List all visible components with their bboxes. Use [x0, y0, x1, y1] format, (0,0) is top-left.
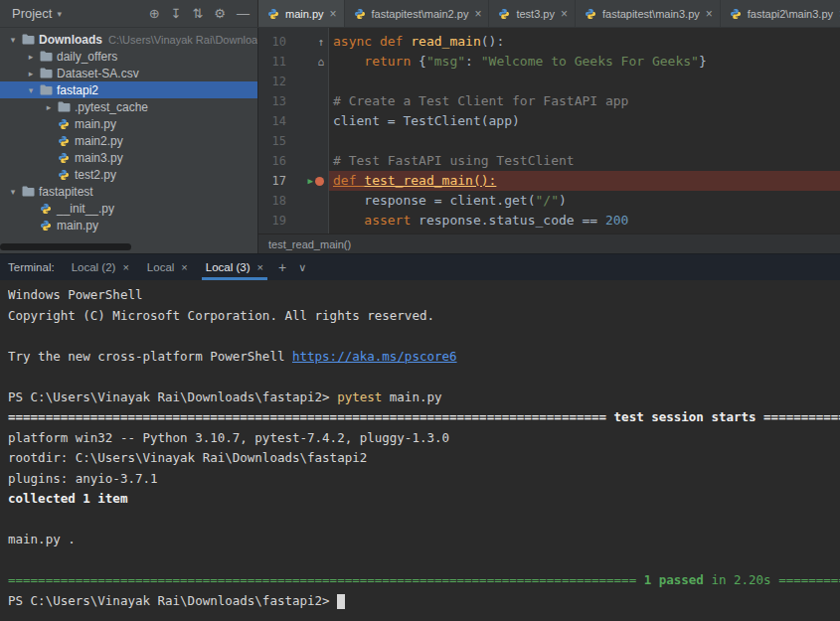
hide-panel-icon[interactable]: —	[237, 7, 250, 20]
close-icon[interactable]: ×	[561, 7, 568, 21]
terminal-line	[8, 550, 840, 571]
breadcrumb-item[interactable]: test_read_main()	[268, 238, 351, 250]
terminal-text: PS C:\Users\Vinayak Rai\Downloads\fastap…	[8, 389, 337, 404]
tree-item[interactable]: ▸.pytest_cache	[0, 98, 257, 115]
python-icon	[56, 118, 72, 130]
tree-item-label: test2.py	[75, 168, 116, 182]
editor-gutter[interactable]: 16	[258, 151, 329, 171]
code-token: }	[699, 54, 707, 69]
editor-tab[interactable]: main.py×	[258, 0, 345, 27]
ide-window: Project ▾ ⊕↧⇅⚙— main.py×fastapitest\main…	[0, 0, 840, 621]
code-text[interactable]: # Create a Test Client for FastAPI app	[329, 91, 840, 111]
terminal-line: platform win32 -- Python 3.10.7, pytest-…	[8, 428, 840, 449]
code-token: "Welcome to Geeks For Geeks"	[481, 54, 699, 69]
code-token: def	[333, 173, 364, 188]
editor-gutter[interactable]: 17▶	[258, 171, 329, 191]
chevron-right-icon[interactable]: ▸	[24, 69, 38, 78]
tree-item-label: fastapi2	[57, 83, 98, 97]
chevron-right-icon[interactable]: ▸	[42, 102, 56, 112]
chevron-right-icon[interactable]: ▸	[24, 52, 38, 62]
terminal-tab-bar: Terminal: Local (2)×Local×Local (3)× + ∨	[0, 254, 840, 280]
code-token: # Test FastAPI using TestClient	[333, 153, 575, 168]
code-text[interactable]: assert response.status_code == 200	[329, 211, 840, 231]
code-text[interactable]: def test_read_main():	[329, 171, 840, 191]
terminal-line: Copyright (C) Microsoft Corporation. All…	[8, 306, 840, 327]
sort-icon[interactable]: ⇅	[192, 7, 203, 20]
editor-tab[interactable]: fastapi2\main3.py×	[721, 0, 840, 27]
chevron-down-icon[interactable]: ▾	[6, 187, 20, 197]
terminal-output[interactable]: Windows PowerShellCopyright (C) Microsof…	[0, 280, 840, 621]
editor-gutter[interactable]: 15	[258, 131, 329, 151]
close-icon[interactable]: ×	[122, 261, 128, 273]
terminal-dropdown-button[interactable]: ∨	[298, 261, 306, 274]
terminal-line: plugins: anyio-3.7.1	[8, 469, 840, 490]
tree-item[interactable]: __init__.py	[0, 200, 257, 217]
code-line: 18 response = client.get("/")	[258, 191, 840, 211]
code-line: 10↑async def read_main():	[258, 32, 840, 52]
add-terminal-button[interactable]: +	[278, 259, 286, 275]
terminal-link[interactable]: https://aka.ms/pscore6	[292, 349, 457, 364]
close-icon[interactable]: ×	[257, 261, 263, 273]
code-text[interactable]: client = TestClient(app)	[329, 111, 840, 131]
code-text[interactable]: async def read_main():	[329, 32, 840, 52]
code-token: :	[465, 54, 481, 69]
gutter-icons	[286, 72, 329, 91]
terminal-text: collected 1 item	[8, 491, 127, 506]
tree-item[interactable]: ▸Dataset-SA.csv	[0, 65, 257, 81]
close-icon[interactable]: ×	[181, 261, 187, 273]
navigate-up-icon[interactable]: ↑	[317, 37, 324, 48]
editor-gutter[interactable]: 11⌂	[258, 52, 329, 72]
code-token: ():	[481, 34, 504, 49]
editor-tab[interactable]: test3.py×	[489, 0, 576, 27]
terminal-tab-label: Local	[147, 261, 175, 273]
tree-item[interactable]: main.py	[0, 115, 257, 132]
line-number: 10	[258, 32, 286, 52]
tree-item[interactable]: ▾fastapi2	[0, 81, 257, 98]
code-text[interactable]: # Test FastAPI using TestClient	[329, 151, 840, 171]
terminal-tab[interactable]: Local (2)×	[63, 254, 138, 280]
editor-gutter[interactable]: 18	[258, 191, 329, 211]
collapse-all-icon[interactable]: ↧	[171, 7, 182, 20]
terminal-tab[interactable]: Local×	[138, 254, 197, 280]
code-token	[333, 213, 364, 228]
breadcrumb-bar: test_read_main()	[258, 233, 840, 253]
terminal-line: ========================================…	[8, 407, 840, 428]
code-text[interactable]	[329, 131, 840, 151]
horizontal-scrollbar[interactable]	[0, 243, 131, 250]
editor-gutter[interactable]: 12	[258, 72, 329, 91]
editor-gutter[interactable]: 14	[258, 111, 329, 131]
python-icon	[352, 8, 368, 20]
tree-item[interactable]: main.py	[0, 217, 257, 233]
chevron-down-icon[interactable]: ▾	[24, 85, 38, 95]
code-text[interactable]: response = client.get("/")	[329, 191, 840, 211]
editor-gutter[interactable]: 10↑	[258, 32, 329, 52]
code-editor[interactable]: 10↑async def read_main():11⌂ return {"ms…	[258, 28, 840, 233]
close-icon[interactable]: ×	[474, 7, 481, 21]
editor-gutter[interactable]: 13	[258, 91, 329, 111]
tree-item[interactable]: ▸daily_offers	[0, 48, 257, 65]
run-test-icon[interactable]: ▶	[308, 177, 313, 186]
editor-tab[interactable]: fastapitest\main3.py×	[576, 0, 721, 27]
close-icon[interactable]: ×	[706, 7, 713, 21]
breakpoint-icon[interactable]	[315, 177, 324, 186]
settings-icon[interactable]: ⚙	[214, 7, 226, 20]
tree-item[interactable]: main2.py	[0, 132, 257, 149]
terminal-tab[interactable]: Local (3)×	[197, 254, 272, 280]
project-selector[interactable]: Project ▾	[8, 4, 66, 23]
code-text[interactable]	[329, 72, 840, 91]
code-token: "/"	[536, 193, 559, 208]
close-icon[interactable]: ×	[330, 7, 337, 21]
terminal-text: 1 passed	[644, 572, 704, 587]
terminal-text: PS C:\Users\Vinayak Rai\Downloads\fastap…	[8, 593, 337, 608]
endpoint-icon[interactable]: ⌂	[317, 57, 324, 68]
tree-item[interactable]: ▾fastapitest	[0, 183, 257, 200]
editor-tab-bar: main.py×fastapitest\main2.py×test3.py×fa…	[258, 0, 840, 27]
editor-gutter[interactable]: 19	[258, 211, 329, 231]
tree-item[interactable]: main3.py	[0, 149, 257, 166]
locate-file-icon[interactable]: ⊕	[149, 7, 160, 20]
editor-tab[interactable]: fastapitest\main2.py×	[345, 0, 490, 27]
tree-item[interactable]: test2.py	[0, 166, 257, 183]
chevron-down-icon[interactable]: ▾	[6, 35, 20, 45]
code-text[interactable]: return {"msg": "Welcome to Geeks For Gee…	[329, 52, 840, 72]
tree-item[interactable]: ▾DownloadsC:\Users\Vinayak Rai\Downloads	[0, 31, 257, 48]
